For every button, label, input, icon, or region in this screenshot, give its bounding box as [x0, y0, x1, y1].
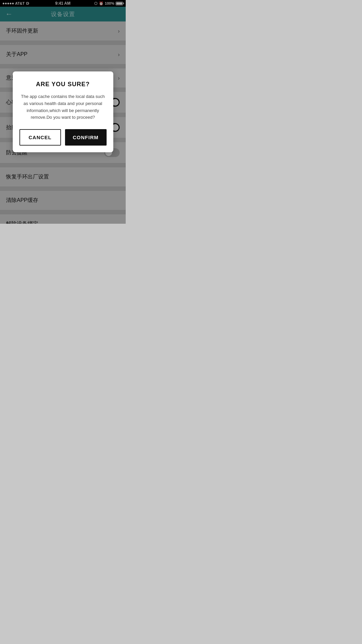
dialog-overlay: ARE YOU SURE? The app cache contains the…	[0, 0, 126, 224]
dialog-message: The app cache contains the local data su…	[19, 93, 107, 121]
confirm-button[interactable]: CONFIRM	[65, 129, 107, 146]
dialog-title: ARE YOU SURE?	[19, 81, 107, 88]
confirm-dialog: ARE YOU SURE? The app cache contains the…	[13, 71, 113, 152]
cancel-button[interactable]: CANCEL	[19, 129, 61, 146]
dialog-buttons: CANCEL CONFIRM	[19, 129, 107, 146]
